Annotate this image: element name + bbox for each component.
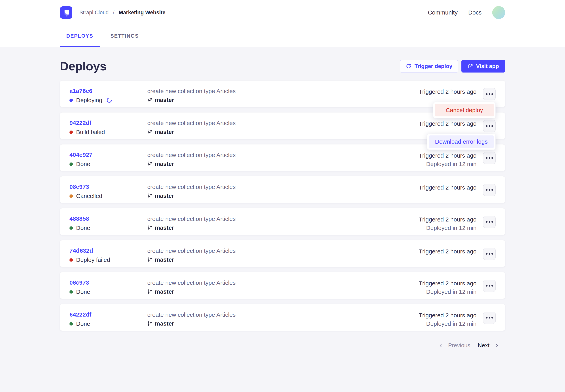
branch-row: master <box>147 128 419 135</box>
branch-row: master <box>147 320 419 327</box>
triggered-time: Triggered 2 hours ago <box>419 280 476 287</box>
tab-deploys[interactable]: DEPLOYS <box>60 25 100 47</box>
deploy-status: Cancelled <box>69 193 147 199</box>
git-branch-icon <box>147 321 152 326</box>
commit-message: create new collection type Articles <box>147 152 419 158</box>
triggered-time: Triggered 2 hours ago <box>419 216 476 223</box>
branch-name: master <box>155 161 174 167</box>
branch-name: master <box>155 288 174 295</box>
status-dot <box>69 258 73 262</box>
more-actions-button[interactable] <box>483 280 496 292</box>
nav-docs-link[interactable]: Docs <box>468 9 482 16</box>
git-branch-icon <box>147 161 152 167</box>
breadcrumb-project-name: Marketing Website <box>119 10 165 16</box>
deploy-status: Build failed <box>69 129 147 135</box>
more-actions-button[interactable] <box>483 216 496 228</box>
git-branch-icon <box>147 289 152 294</box>
breadcrumb: Strapi Cloud / Marketing Website <box>79 10 165 16</box>
commit-message: create new collection type Articles <box>147 311 419 318</box>
status-label: Build failed <box>76 129 105 135</box>
branch-row: master <box>147 193 419 199</box>
status-dot <box>69 322 73 325</box>
pagination: Previous Next <box>60 342 505 349</box>
trigger-deploy-button[interactable]: Trigger deploy <box>400 60 458 72</box>
branch-name: master <box>155 193 174 199</box>
branch-name: master <box>155 224 174 231</box>
deploy-status: Done <box>69 321 147 327</box>
loading-spinner-icon <box>106 97 112 103</box>
branch-name: master <box>155 256 174 263</box>
visit-app-button[interactable]: Visit app <box>461 60 505 72</box>
status-label: Done <box>76 289 90 295</box>
git-branch-icon <box>147 225 152 230</box>
deploy-card: a1a76c6 Deploying create new collection … <box>60 80 505 107</box>
status-label: Done <box>76 225 90 231</box>
strapi-logo[interactable] <box>60 6 72 19</box>
deploy-status: Deploy failed <box>69 257 147 263</box>
branch-row: master <box>147 224 419 231</box>
triggered-time: Triggered 2 hours ago <box>419 120 476 127</box>
branch-name: master <box>155 97 174 103</box>
deploy-status: Done <box>69 289 147 295</box>
commit-message: create new collection type Articles <box>147 88 419 95</box>
avatar[interactable] <box>492 6 505 19</box>
deploy-hash-link[interactable]: 08c973 <box>69 183 89 190</box>
git-branch-icon <box>147 193 152 198</box>
nav-community-link[interactable]: Community <box>428 9 458 16</box>
deploy-hash-link[interactable]: 488858 <box>69 215 89 222</box>
previous-label: Previous <box>448 342 470 349</box>
status-dot <box>69 130 73 134</box>
download-error-logs-menu-item[interactable]: Download error logs <box>429 135 494 148</box>
status-label: Done <box>76 321 90 327</box>
more-actions-button[interactable] <box>483 152 496 164</box>
main-content: Deploys Trigger deploy Visit app <box>0 59 565 349</box>
git-branch-icon <box>147 98 152 102</box>
triggered-time: Triggered 2 hours ago <box>419 184 476 191</box>
chevron-left-icon <box>438 343 444 348</box>
tab-settings[interactable]: SETTINGS <box>104 25 145 47</box>
status-dot <box>69 226 73 230</box>
deploy-duration: Deployed in 12 min <box>419 321 476 327</box>
next-page-button[interactable]: Next <box>478 342 499 349</box>
deploy-actions-menu: Cancel deploy <box>433 102 496 118</box>
deploy-duration: Deployed in 12 min <box>419 161 476 167</box>
status-dot <box>69 163 73 166</box>
triggered-time: Triggered 2 hours ago <box>419 152 476 159</box>
deploy-hash-link[interactable]: 404c927 <box>69 152 92 158</box>
deploy-status: Done <box>69 225 147 231</box>
deploy-hash-link[interactable]: 94222df <box>69 120 91 126</box>
cancel-deploy-menu-item[interactable]: Cancel deploy <box>435 104 494 116</box>
deploy-hash-link[interactable]: 08c973 <box>69 279 89 286</box>
branch-row: master <box>147 256 419 263</box>
commit-message: create new collection type Articles <box>147 184 419 190</box>
deploy-hash-link[interactable]: 74d632d <box>69 247 93 254</box>
app-header: Strapi Cloud / Marketing Website Communi… <box>0 0 565 47</box>
triggered-time: Triggered 2 hours ago <box>419 248 476 255</box>
tab-deploys-label: DEPLOYS <box>66 33 93 39</box>
deploy-hash-link[interactable]: 64222df <box>69 311 91 318</box>
git-branch-icon <box>147 129 152 134</box>
more-actions-button[interactable] <box>483 312 496 324</box>
visit-app-label: Visit app <box>476 63 499 69</box>
top-bar: Strapi Cloud / Marketing Website Communi… <box>0 0 565 25</box>
deploy-card: 08c973 Done create new collection type A… <box>60 272 505 299</box>
previous-page-button[interactable]: Previous <box>438 342 470 349</box>
more-actions-button[interactable] <box>483 120 496 132</box>
deploy-list: a1a76c6 Deploying create new collection … <box>60 80 505 331</box>
triggered-time: Triggered 2 hours ago <box>419 88 476 95</box>
branch-row: master <box>147 161 419 167</box>
trigger-deploy-label: Trigger deploy <box>415 63 452 69</box>
triggered-time: Triggered 2 hours ago <box>419 312 476 319</box>
deploy-hash-link[interactable]: a1a76c6 <box>69 88 92 94</box>
commit-message: create new collection type Articles <box>147 248 419 254</box>
more-actions-button[interactable] <box>483 88 496 100</box>
git-branch-icon <box>147 257 152 262</box>
more-actions-button[interactable] <box>483 248 496 260</box>
more-actions-button[interactable] <box>483 184 496 196</box>
deploy-status: Done <box>69 161 147 167</box>
external-link-icon <box>468 64 473 69</box>
tab-settings-label: SETTINGS <box>110 33 139 39</box>
breadcrumb-strapi-cloud[interactable]: Strapi Cloud <box>79 10 109 16</box>
deploy-card: 488858 Done create new collection type A… <box>60 208 505 235</box>
status-dot <box>69 290 73 294</box>
